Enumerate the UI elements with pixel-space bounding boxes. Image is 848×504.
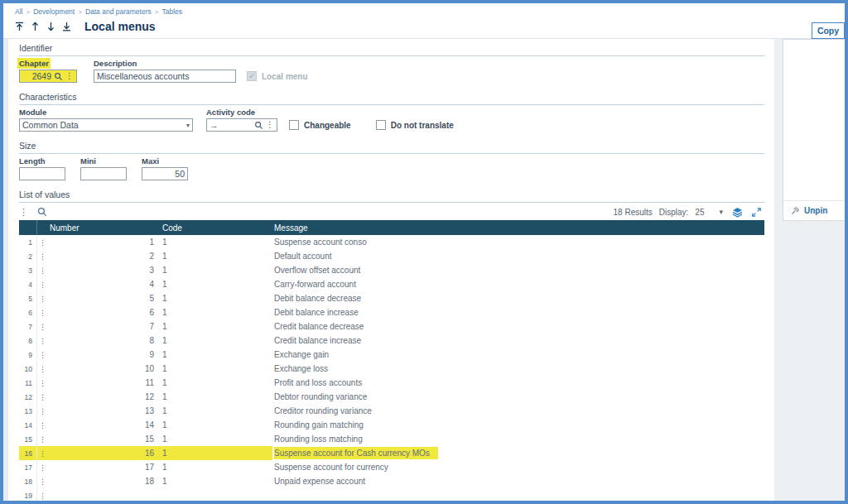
cell-number[interactable]: 7 [48, 319, 161, 334]
cell-message[interactable]: Exchange loss [272, 362, 764, 376]
do-not-translate-checkbox-box[interactable] [376, 120, 386, 130]
cell-message[interactable]: Creditor rounding variance [272, 404, 764, 418]
row-actions-icon[interactable]: ⋮ [37, 362, 48, 376]
description-value[interactable]: Miscellaneous accounts [97, 71, 233, 81]
module-select[interactable]: Common Data ▾ [19, 118, 193, 132]
cell-number[interactable] [48, 488, 161, 502]
cell-number[interactable]: 13 [48, 404, 161, 418]
cell-message[interactable]: Rounding loss matching [272, 432, 764, 446]
table-row[interactable]: 5 ⋮ 5 1 Debit balance decrease [19, 291, 764, 305]
expand-icon[interactable] [752, 208, 761, 217]
cell-code[interactable]: 1 [161, 249, 272, 263]
changeable-checkbox[interactable]: Changeable [289, 120, 351, 132]
column-header-message[interactable]: Message [272, 220, 764, 235]
cell-code[interactable]: 1 [161, 418, 272, 432]
cell-code[interactable]: 1 [161, 390, 272, 404]
chapter-lookup-icon[interactable] [54, 72, 63, 81]
cell-number[interactable]: 18 [48, 474, 161, 488]
row-actions-icon[interactable]: ⋮ [37, 235, 48, 249]
row-actions-icon[interactable]: ⋮ [37, 404, 48, 418]
levels-icon[interactable] [732, 207, 743, 218]
row-actions-icon[interactable]: ⋮ [37, 319, 48, 334]
cell-code[interactable]: 1 [161, 263, 272, 277]
cell-message[interactable]: Carry-forward account [272, 277, 764, 291]
cell-code[interactable]: 1 [161, 460, 272, 474]
row-actions-icon[interactable]: ⋮ [37, 334, 48, 348]
cell-message[interactable]: Suspense account conso [272, 235, 764, 249]
cell-code[interactable]: 1 [161, 376, 272, 390]
breadcrumb-item-tables[interactable]: Tables [161, 7, 182, 16]
cell-code[interactable]: 1 [161, 404, 272, 418]
cell-code[interactable]: 1 [161, 334, 272, 348]
cell-number[interactable]: 1 [48, 235, 161, 249]
cell-code[interactable]: 1 [161, 474, 272, 488]
changeable-checkbox-box[interactable] [289, 120, 299, 130]
grid-search-icon[interactable] [37, 207, 47, 217]
cell-number[interactable]: 2 [48, 249, 161, 263]
cell-code[interactable]: 1 [161, 319, 272, 334]
row-actions-icon[interactable]: ⋮ [37, 460, 48, 474]
table-row[interactable]: 6 ⋮ 6 1 Debit balance increase [19, 305, 764, 319]
row-actions-icon[interactable]: ⋮ [37, 418, 48, 432]
column-header-number[interactable]: Number [48, 220, 161, 235]
grid-menu-icon[interactable]: ⋮ [19, 207, 28, 218]
row-actions-icon[interactable]: ⋮ [37, 488, 48, 502]
cell-code[interactable]: 1 [161, 235, 272, 249]
table-row[interactable]: 2 ⋮ 2 1 Default account [19, 249, 764, 263]
jump-arrow-icon[interactable]: → [210, 120, 219, 130]
table-row[interactable]: 9 ⋮ 9 1 Exchange gain [19, 348, 764, 362]
cell-message[interactable]: Suspense account for Cash currency MOs [272, 446, 764, 460]
cell-message[interactable]: Debit balance increase [272, 305, 764, 319]
cell-number[interactable]: 4 [48, 277, 161, 291]
cell-number[interactable]: 12 [48, 390, 161, 404]
breadcrumb-item-data-and-parameters[interactable]: Data and parameters [85, 7, 152, 16]
table-row[interactable]: 3 ⋮ 3 1 Overflow offset account [19, 263, 764, 277]
table-row[interactable]: 12 ⋮ 12 1 Debtor rounding variance [19, 390, 764, 404]
cell-message[interactable]: Debit balance decrease [272, 291, 764, 305]
maxi-value[interactable]: 50 [145, 169, 185, 179]
length-field[interactable] [19, 167, 65, 180]
table-row[interactable]: 19 ⋮ [19, 488, 764, 502]
description-field[interactable]: Miscellaneous accounts [94, 70, 236, 83]
cell-code[interactable]: 1 [161, 362, 272, 376]
cell-code[interactable]: 1 [161, 432, 272, 446]
cell-number[interactable]: 3 [48, 263, 161, 277]
row-actions-icon[interactable]: ⋮ [37, 249, 48, 263]
row-actions-icon[interactable]: ⋮ [37, 376, 48, 390]
table-row[interactable]: 14 ⋮ 14 1 Rounding gain matching [19, 418, 764, 432]
cell-message[interactable] [272, 488, 764, 502]
table-row[interactable]: 10 ⋮ 10 1 Exchange loss [19, 362, 764, 376]
table-row[interactable]: 18 ⋮ 18 1 Unpaid expense account [19, 474, 764, 488]
cell-number[interactable]: 10 [48, 362, 161, 376]
row-actions-icon[interactable]: ⋮ [37, 291, 48, 305]
table-row[interactable]: 4 ⋮ 4 1 Carry-forward account [19, 277, 764, 291]
cell-message[interactable]: Credit balance decrease [272, 319, 764, 334]
table-row[interactable]: 7 ⋮ 7 1 Credit balance decrease [19, 319, 764, 334]
row-actions-icon[interactable]: ⋮ [37, 263, 48, 277]
cell-number[interactable]: 6 [48, 305, 161, 319]
maxi-field[interactable]: 50 [142, 167, 188, 180]
unpin-button[interactable]: Unpin [783, 200, 845, 220]
copy-button[interactable]: Copy [812, 22, 845, 39]
cell-code[interactable]: 1 [161, 446, 272, 460]
cell-message[interactable]: Credit balance increase [272, 334, 764, 348]
row-actions-icon[interactable]: ⋮ [37, 305, 48, 319]
row-actions-icon[interactable]: ⋮ [37, 390, 48, 404]
cell-code[interactable] [161, 488, 272, 502]
table-row[interactable]: 8 ⋮ 8 1 Credit balance increase [19, 334, 764, 348]
display-page-size[interactable]: 25 [695, 208, 704, 217]
activity-code-field[interactable]: → ⋮ [206, 118, 277, 132]
row-actions-icon[interactable]: ⋮ [37, 474, 48, 488]
cell-number[interactable]: 9 [48, 348, 161, 362]
table-row[interactable]: 16 ⋮ 16 1 Suspense account for Cash curr… [19, 446, 764, 460]
cell-message[interactable]: Profit and loss accounts [272, 376, 764, 390]
first-record-icon[interactable] [15, 22, 24, 31]
do-not-translate-checkbox[interactable]: Do not translate [376, 120, 454, 132]
table-row[interactable]: 11 ⋮ 11 1 Profit and loss accounts [19, 376, 764, 390]
cell-number[interactable]: 17 [48, 460, 161, 474]
cell-code[interactable]: 1 [161, 305, 272, 319]
row-actions-icon[interactable]: ⋮ [37, 446, 48, 460]
cell-message[interactable]: Exchange gain [272, 348, 764, 362]
cell-number[interactable]: 8 [48, 334, 161, 348]
cell-number[interactable]: 16 [48, 446, 161, 460]
